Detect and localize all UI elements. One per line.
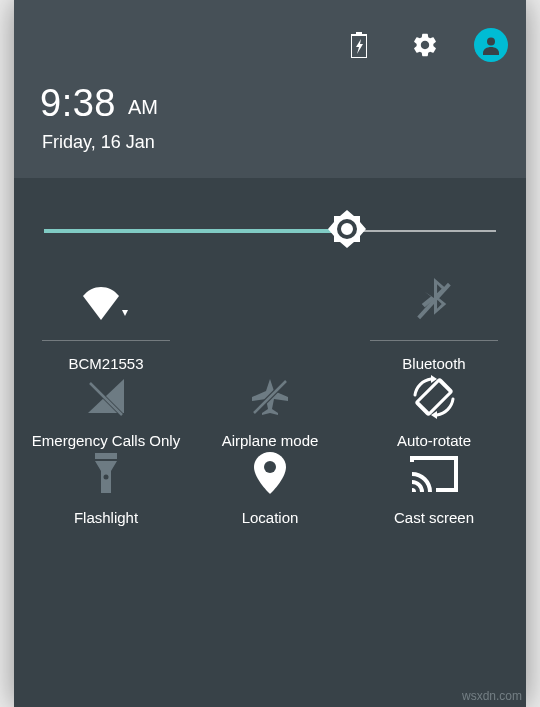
location-label: Location — [242, 509, 299, 526]
cast-tile[interactable]: Cast screen — [352, 449, 516, 526]
brightness-slider-row — [14, 178, 526, 276]
cellular-tile[interactable]: Emergency Calls Only — [24, 372, 188, 449]
bluetooth-tile[interactable]: Bluetooth — [352, 276, 516, 372]
svg-marker-4 — [328, 210, 366, 248]
flashlight-icon — [91, 449, 121, 499]
svg-point-20 — [264, 461, 276, 473]
header: 9:38 AM Friday, 16 Jan — [14, 0, 526, 178]
bluetooth-off-icon — [415, 276, 453, 326]
bluetooth-label: Bluetooth — [370, 340, 498, 372]
svg-marker-6 — [122, 310, 128, 316]
cast-icon — [410, 449, 458, 499]
airplane-off-icon — [248, 372, 292, 422]
user-avatar-icon[interactable] — [474, 28, 508, 62]
tiles-grid: BCM21553 Bluetooth Emergency Ca — [14, 276, 526, 526]
clock[interactable]: 9:38 AM — [40, 82, 158, 125]
wifi-label: BCM21553 — [42, 340, 170, 372]
airplane-tile[interactable]: Airplane mode — [188, 372, 352, 449]
autorotate-icon — [409, 372, 459, 422]
svg-rect-17 — [95, 453, 117, 459]
watermark: wsxdn.com — [462, 689, 522, 703]
brightness-thumb-icon[interactable] — [327, 209, 367, 253]
clock-time: 9:38 — [40, 82, 116, 125]
cellular-label: Emergency Calls Only — [32, 432, 180, 449]
location-tile[interactable]: Location — [188, 449, 352, 526]
cellular-no-signal-icon — [84, 372, 128, 422]
flashlight-label: Flashlight — [74, 509, 138, 526]
wifi-icon — [76, 276, 136, 326]
brightness-slider[interactable] — [44, 230, 496, 232]
airplane-label: Airplane mode — [222, 432, 319, 449]
settings-gear-icon[interactable] — [408, 28, 442, 62]
autorotate-tile[interactable]: Auto-rotate — [352, 372, 516, 449]
quick-settings-panel: 9:38 AM Friday, 16 Jan — [14, 0, 526, 707]
svg-point-3 — [487, 38, 495, 46]
date-label: Friday, 16 Jan — [42, 132, 155, 153]
cast-label: Cast screen — [394, 509, 474, 526]
autorotate-label: Auto-rotate — [397, 432, 471, 449]
brightness-fill — [44, 229, 347, 233]
wifi-tile[interactable]: BCM21553 — [24, 276, 188, 372]
svg-marker-2 — [356, 39, 363, 54]
battery-charging-icon — [342, 28, 376, 62]
flashlight-tile[interactable]: Flashlight — [24, 449, 188, 526]
location-icon — [254, 449, 286, 499]
svg-point-19 — [104, 475, 109, 480]
clock-ampm: AM — [128, 96, 158, 119]
